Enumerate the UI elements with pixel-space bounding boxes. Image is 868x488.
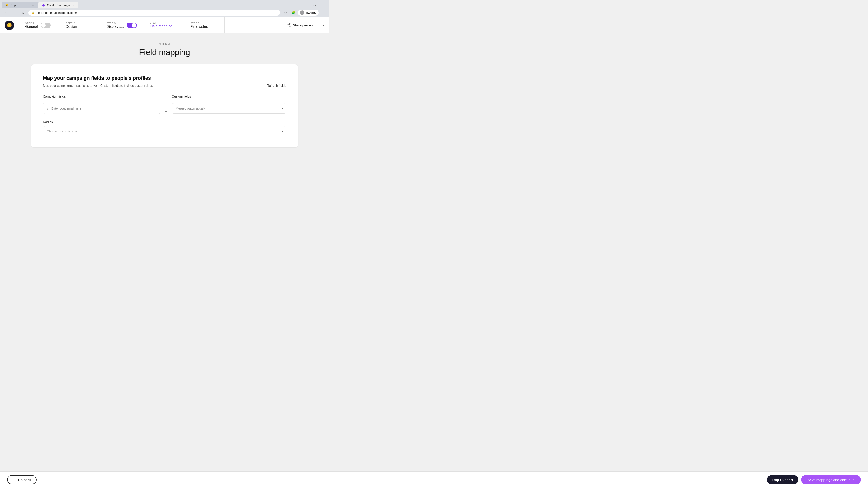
field-mapping-row: T Enter yout email here → Merged automat…: [43, 103, 286, 114]
merged-automatically-select-wrapper: Merged automatically ▾: [172, 103, 286, 113]
radios-select-wrapper: Choose or create a field... ▾: [43, 126, 286, 136]
step-3-display[interactable]: STEP 3 Display s...: [100, 17, 143, 33]
lock-icon: 🔒: [32, 11, 35, 14]
svg-line-4: [288, 24, 289, 25]
url-text: onsite.getdrip.com/drip-builder/: [37, 11, 77, 14]
svg-line-3: [288, 26, 289, 26]
svg-point-2: [289, 26, 290, 27]
card-subtext: Map your campaign's input fields to your…: [43, 84, 286, 88]
onsite-favicon: ⬤: [41, 3, 45, 7]
tab-drip-label: Drip: [10, 3, 16, 7]
steps-header: 😊 STEP 1 General STEP 2 Design STEP 3 Di…: [0, 17, 329, 33]
more-icon[interactable]: ⋮: [320, 9, 327, 16]
svg-point-1: [287, 25, 288, 26]
profile-avatar: I: [300, 10, 305, 15]
share-icon: [286, 23, 291, 28]
radios-label: Radios: [43, 120, 286, 124]
back-button[interactable]: ←: [3, 9, 9, 16]
page-title: Field mapping: [139, 48, 190, 57]
content-card: Map your campaign fields to people's pro…: [31, 64, 298, 147]
step-1-label: STEP 1: [25, 22, 38, 25]
step-4-name: Field Mapping: [150, 24, 173, 28]
tab-onsite[interactable]: ⬤ Onsite Campaign ×: [38, 2, 78, 8]
tab-drip[interactable]: 😊 Drip ×: [2, 2, 38, 8]
step-3-toggle[interactable]: [127, 23, 137, 28]
minimize-icon[interactable]: ─: [303, 2, 309, 8]
step-3-label: STEP 3: [106, 22, 124, 25]
step-3-name: Display s...: [106, 25, 124, 29]
tab-onsite-close[interactable]: ×: [71, 3, 75, 7]
share-preview-button[interactable]: Share preview: [281, 23, 318, 28]
tab-bar: 😊 Drip × ⬤ Onsite Campaign × + ─ ▭ ×: [0, 0, 329, 8]
step-5-label: STEP 5: [190, 22, 208, 25]
step-2-design[interactable]: STEP 2 Design: [59, 17, 100, 33]
svg-point-0: [289, 23, 290, 24]
app-logo: 😊: [4, 21, 14, 30]
tab-onsite-label: Onsite Campaign: [47, 3, 70, 7]
forward-button[interactable]: →: [11, 9, 18, 16]
new-tab-button[interactable]: +: [79, 2, 85, 8]
toolbar-icons: ☆ 🧩 I Incognito ⋮: [282, 9, 327, 16]
step-1-name: General: [25, 25, 38, 29]
merged-automatically-select[interactable]: Merged automatically: [172, 103, 286, 113]
share-preview-label: Share preview: [293, 24, 313, 27]
step-1-toggle[interactable]: [41, 23, 51, 28]
custom-field-column: Merged automatically ▾: [172, 103, 286, 113]
profile-label: Incognito: [305, 11, 316, 14]
drip-favicon: 😊: [5, 3, 8, 7]
step-4-label: STEP 4: [150, 22, 173, 24]
subtext-suffix: to include custom data.: [121, 84, 153, 88]
star-icon[interactable]: ☆: [282, 9, 289, 16]
main-content: STEP 4 Field mapping Map your campaign f…: [0, 33, 329, 169]
refresh-fields-button[interactable]: Refresh fields: [267, 84, 286, 88]
tab-drip-close[interactable]: ×: [31, 3, 35, 7]
header-more-button[interactable]: ⋮: [318, 23, 329, 28]
radios-select[interactable]: Choose or create a field...: [43, 126, 286, 136]
step-5-final[interactable]: STEP 5 Final setup: [184, 17, 225, 33]
campaign-fields-label: Campaign fields: [43, 95, 160, 98]
step-2-label: STEP 2: [66, 22, 77, 25]
profile-button[interactable]: I Incognito: [298, 10, 319, 15]
campaign-field-column: T Enter yout email here: [43, 103, 160, 114]
email-placeholder-text: Enter yout email here: [51, 107, 81, 110]
campaign-field-input[interactable]: T Enter yout email here: [43, 103, 160, 114]
page-step-label: STEP 4: [159, 42, 170, 46]
url-bar[interactable]: 🔒 onsite.getdrip.com/drip-builder/: [29, 10, 280, 15]
step-2-name: Design: [66, 25, 77, 29]
arrow-icon: →: [164, 109, 168, 114]
custom-fields-label: Custom fields: [172, 95, 286, 98]
browser-chrome: 😊 Drip × ⬤ Onsite Campaign × + ─ ▭ × ← →…: [0, 0, 329, 17]
text-field-icon: T: [47, 106, 49, 110]
card-heading: Map your campaign fields to people's pro…: [43, 75, 286, 81]
refresh-button[interactable]: ↻: [20, 9, 26, 16]
step-1-general[interactable]: STEP 1 General: [19, 17, 59, 33]
subtext-prefix: Map your campaign's input fields to your: [43, 84, 100, 88]
custom-fields-link[interactable]: Custom fields: [100, 84, 120, 88]
extension-icon[interactable]: 🧩: [290, 9, 296, 16]
step-4-field-mapping[interactable]: STEP 4 Field Mapping: [143, 17, 184, 33]
window-close-icon[interactable]: ×: [319, 2, 326, 8]
step-5-name: Final setup: [190, 25, 208, 29]
maximize-icon[interactable]: ▭: [311, 2, 317, 8]
logo-area[interactable]: 😊: [0, 17, 19, 33]
arrow-separator: →: [160, 103, 172, 114]
radios-section: Radios Choose or create a field... ▾: [43, 120, 286, 136]
address-bar: ← → ↻ 🔒 onsite.getdrip.com/drip-builder/…: [0, 8, 329, 17]
